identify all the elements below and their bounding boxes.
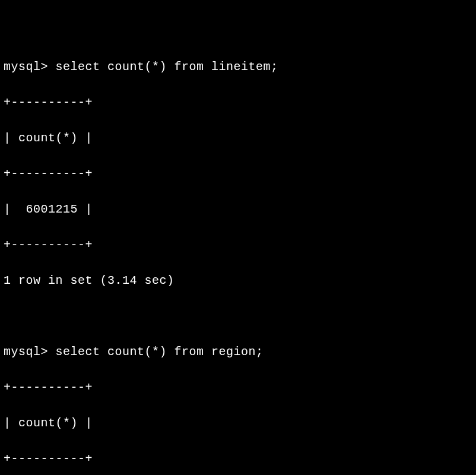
table-border: +----------+ [4, 236, 472, 254]
query-line[interactable]: mysql> select count(*) from lineitem; [4, 58, 472, 76]
table-border: +----------+ [4, 450, 472, 468]
table-header: | count(*) | [4, 129, 472, 147]
table-value: | 6001215 | [4, 201, 472, 218]
mysql-prompt: mysql> [4, 345, 56, 359]
query-line[interactable]: mysql> select count(*) from region; [4, 343, 472, 361]
mysql-prompt: mysql> [4, 60, 56, 74]
table-header: | count(*) | [4, 414, 472, 432]
sql-statement: select count(*) from region; [56, 345, 264, 359]
table-border: +----------+ [4, 165, 472, 183]
table-border: +----------+ [4, 94, 472, 112]
blank-line [4, 308, 472, 325]
result-summary: 1 row in set (3.14 sec) [4, 272, 472, 290]
sql-statement: select count(*) from lineitem; [56, 60, 278, 74]
table-border: +----------+ [4, 379, 472, 397]
